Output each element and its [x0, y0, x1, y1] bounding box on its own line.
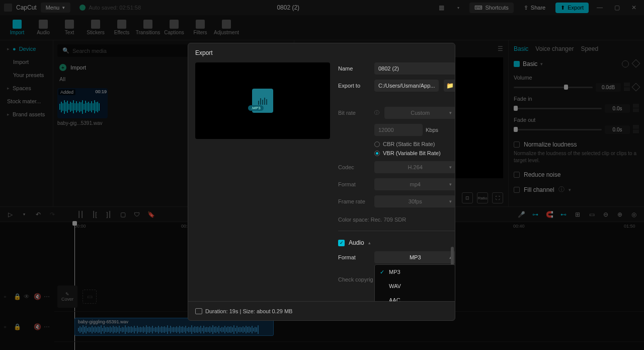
exportto-label: Export to	[338, 83, 369, 89]
bitrate-select[interactable]: Custom▾	[384, 107, 455, 119]
framerate-label: Frame rate	[338, 198, 369, 204]
framerate-select[interactable]: 30fps▾	[374, 195, 455, 207]
info-icon[interactable]: ⓘ	[374, 109, 379, 116]
videoformat-select[interactable]: mp4▾	[374, 178, 455, 190]
colorspace-text: Color space: Rec. 709 SDR	[338, 217, 455, 223]
kbps-input[interactable]: 12000	[374, 124, 423, 136]
videoformat-label: Format	[338, 181, 369, 187]
format-option-wav[interactable]: WAV	[375, 279, 455, 293]
name-input[interactable]	[374, 62, 455, 75]
audioformat-select[interactable]: MP3▴	[374, 251, 455, 263]
format-option-mp3[interactable]: MP3	[375, 265, 455, 279]
info-icon	[195, 308, 202, 314]
modal-scrollbar[interactable]	[451, 67, 454, 276]
audioformat-label: Format	[338, 254, 369, 260]
audio-checkbox[interactable]: ✓	[338, 240, 345, 246]
audio-section-label: Audio	[349, 239, 364, 246]
cbr-radio[interactable]: CBR (Static Bit Rate)	[374, 141, 455, 147]
export-modal: Export .MP3 Name Export to C:/Users/Usma…	[188, 43, 455, 321]
codec-select[interactable]: H.264▾	[374, 161, 455, 173]
codec-label: Codec	[338, 164, 369, 170]
audioformat-dropdown: MP3WAVAACFLAC	[374, 264, 455, 301]
mp3-file-icon: .MP3	[252, 89, 273, 113]
exportto-path: C:/Users/Usman/App...	[374, 80, 439, 92]
vbr-radio[interactable]: VBR (Variable Bit Rate)	[374, 150, 455, 156]
bitrate-label: Bit rate	[338, 110, 369, 116]
export-preview: .MP3	[195, 62, 330, 139]
modal-title: Export	[188, 43, 455, 62]
name-label: Name	[338, 65, 369, 72]
export-summary: Duration: 19s | Size: about 0.29 MB	[205, 308, 292, 314]
format-option-aac[interactable]: AAC	[375, 293, 455, 301]
kbps-unit: Kbps	[426, 127, 438, 133]
